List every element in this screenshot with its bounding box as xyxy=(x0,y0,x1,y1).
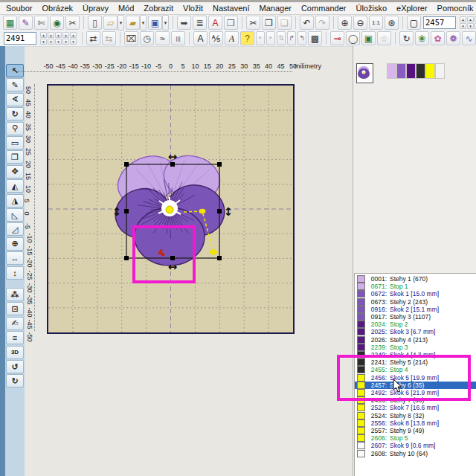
menu-item-nastaven-[interactable]: Nastavení xyxy=(213,4,250,13)
stitch-row-0673[interactable]: 0673:Stehy 2 (243) xyxy=(355,298,476,306)
import-file-icon[interactable]: ▰ xyxy=(126,16,140,30)
palette-swatch-3[interactable] xyxy=(406,63,416,79)
menu-item--lo-isko[interactable]: Úložisko xyxy=(356,4,387,13)
stitch-row-2524[interactable]: 2524:Stehy 8 (32) xyxy=(355,412,476,419)
angle-measure-tool[interactable]: ∢ xyxy=(6,93,24,106)
parameters-tool[interactable]: ≡ xyxy=(6,331,24,344)
menu-item-m-d[interactable]: Mód xyxy=(118,4,134,13)
palette-swatch-5[interactable] xyxy=(425,63,435,79)
design-canvas[interactable]: ↔ ↔ ↕ ↕ xyxy=(47,84,295,334)
favorites-star-icon[interactable]: ☆ xyxy=(377,31,391,45)
lasso-icon[interactable]: ◯ xyxy=(346,31,360,45)
editor-window-icon[interactable]: ▦ xyxy=(3,16,17,30)
stitch-count-spinners-down-4[interactable]: ▾ xyxy=(62,39,69,45)
palette-swatch-6[interactable] xyxy=(435,63,445,79)
stitch-count-spinners-down-5[interactable]: ▾ xyxy=(70,39,77,45)
stitch-count-spinners-up-5[interactable]: ▴ xyxy=(70,32,77,38)
stitch-row-2024[interactable]: 2024:Stop 2 xyxy=(355,321,476,328)
fit-window-tool[interactable]: ⊡ xyxy=(6,302,24,315)
stitch-position-spinners-up-1[interactable]: ▴ xyxy=(460,16,466,22)
flower-green-icon[interactable]: ❀ xyxy=(415,31,429,45)
delete-wand-icon[interactable]: ✂ xyxy=(65,16,80,30)
mirror-horizontal-tool[interactable]: ◭ xyxy=(6,179,24,193)
cut-icon[interactable]: ✂ xyxy=(246,16,260,30)
stitch-row-0917[interactable]: 0917:Stehy 3 (1107) xyxy=(355,313,476,321)
zoom-out-icon[interactable]: ⊖ xyxy=(353,16,367,30)
prev-arrow-icon[interactable]: ‣ xyxy=(256,31,265,45)
zoom-tool[interactable]: ⚲ xyxy=(6,122,24,135)
stitch-position-field[interactable] xyxy=(423,16,456,29)
export-icon[interactable]: ➥ xyxy=(177,16,191,30)
redraw-slow-tool[interactable]: ↻ xyxy=(6,374,24,387)
view-3d-tool[interactable]: 3D xyxy=(6,346,24,359)
save-file-icon-dropdown[interactable]: ▼ xyxy=(162,15,169,30)
design-thumbnail[interactable] xyxy=(356,63,373,83)
stitch-count-spinners-down-3[interactable]: ▾ xyxy=(55,39,62,45)
flower-pink-icon[interactable]: ✿ xyxy=(431,31,445,45)
stitch-position-spinners-up-2[interactable]: ▴ xyxy=(467,16,474,22)
knife-wand-icon[interactable]: ✄ xyxy=(34,16,48,30)
pdf-icon[interactable]: A xyxy=(208,16,222,30)
rect-select-tool[interactable]: ▭ xyxy=(6,136,24,149)
reorder-colors-alt-icon[interactable]: ⇆ xyxy=(102,31,116,45)
stopwatch-icon[interactable]: ◷ xyxy=(140,31,154,45)
stitch-row-0001[interactable]: 0001:Stehy 1 (670) xyxy=(355,275,476,283)
menu-item-soubor[interactable]: Soubor xyxy=(6,4,32,13)
center-tool[interactable]: ⊕ xyxy=(6,237,24,251)
density-icon[interactable]: ||| xyxy=(171,31,185,45)
resize-arrow-right[interactable]: ↕ xyxy=(224,205,234,219)
mirror-vertical-tool[interactable]: ◮ xyxy=(6,194,24,208)
stitch-row-0916[interactable]: 0916:Skok 2 [15.1 mm] xyxy=(355,306,476,313)
stitch-count-spinners-up-2[interactable]: ▴ xyxy=(48,32,54,38)
resize-arrow-left[interactable]: ↕ xyxy=(112,205,122,219)
sequence-tool[interactable]: ⁂ xyxy=(6,288,24,301)
stitch-count-spinners-up-1[interactable]: ▴ xyxy=(40,32,47,38)
hand-edit-tool[interactable]: ✍ xyxy=(6,317,24,330)
stitch-row-0671[interactable]: 0671:Stop 1 xyxy=(355,283,476,290)
save-file-icon[interactable]: ▣ xyxy=(148,16,162,30)
stitch-count-spinners-down-2[interactable]: ▾ xyxy=(48,39,54,45)
new-file-icon[interactable]: ▯ xyxy=(88,16,102,30)
menu-item-manager[interactable]: Manager xyxy=(260,4,292,13)
duplicate-tool[interactable]: ❐ xyxy=(6,150,24,164)
menu-item-explorer[interactable]: eXplorer xyxy=(396,4,428,13)
menu-item-obr-zek[interactable]: Obrázek xyxy=(42,4,73,13)
stitch-count-spinners-up-3[interactable]: ▴ xyxy=(55,32,62,38)
center-horizontal-tool[interactable]: ↔ xyxy=(6,251,24,265)
refresh-icon[interactable]: ↻ xyxy=(399,31,414,45)
menu-item-commander[interactable]: Commander xyxy=(301,4,347,13)
curve-icon[interactable]: ∿ xyxy=(462,31,476,45)
stitch-row-2608[interactable]: 2608:Stehy 10 (64) xyxy=(355,450,476,457)
palette-swatch-4[interactable] xyxy=(416,63,425,79)
pen-wand-icon[interactable]: ✎ xyxy=(19,16,33,30)
pattern-fill-icon[interactable]: ▩ xyxy=(308,31,322,45)
menu-item-vlo-it[interactable]: Vložit xyxy=(183,4,203,13)
undo-icon[interactable]: ↶ xyxy=(300,16,314,30)
rotate-left-tool[interactable]: ◺ xyxy=(6,208,24,222)
stitch-row-2523[interactable]: 2523:Skok 7 [16.6 mm] xyxy=(355,404,476,411)
stitch-row-2025[interactable]: 2025:Skok 3 [6.7 mm] xyxy=(355,328,476,335)
palette-swatch-2[interactable] xyxy=(396,63,406,79)
stitch-row-2557[interactable]: 2557:Stehy 9 (49) xyxy=(355,427,476,434)
resize-arrow-top[interactable]: ↔ xyxy=(168,150,178,164)
node-back-icon[interactable]: ↰ xyxy=(298,31,306,45)
font-tool-icon[interactable]: A xyxy=(225,31,239,45)
camera-flag-icon[interactable]: ◉ xyxy=(50,16,64,30)
stitch-row-2606[interactable]: 2606:Stop 5 xyxy=(355,434,476,442)
print-icon[interactable]: ≣ xyxy=(193,16,207,30)
select-tool[interactable]: ↖ xyxy=(6,64,24,77)
trash-icon[interactable]: ⌧ xyxy=(124,31,138,45)
stitch-row-2607[interactable]: 2607:Skok 9 [0.6 mm] xyxy=(355,442,476,449)
stitch-count-spinners-up-4[interactable]: ▴ xyxy=(62,32,69,38)
copy-icon[interactable]: ❐ xyxy=(262,16,276,30)
zoom-fit-icon[interactable]: ⊛ xyxy=(385,16,399,30)
redraw-tool[interactable]: ↺ xyxy=(6,360,24,373)
hoop-icon[interactable]: ▢ xyxy=(407,16,421,30)
open-file-icon[interactable]: ▱ xyxy=(103,16,118,30)
stitch-row-0672[interactable]: 0672:Skok 1 [15.0 mm] xyxy=(355,290,476,298)
zoom-1-1-icon[interactable]: 1:1 xyxy=(369,16,383,30)
stitch-position-spinners-down-1[interactable]: ▾ xyxy=(460,23,466,29)
stitch-row-2239[interactable]: 2239:Stop 3 xyxy=(355,344,476,351)
stitch-count-spinners-down-1[interactable]: ▾ xyxy=(40,39,47,45)
next-arrow-icon[interactable]: ‣ xyxy=(266,31,275,45)
